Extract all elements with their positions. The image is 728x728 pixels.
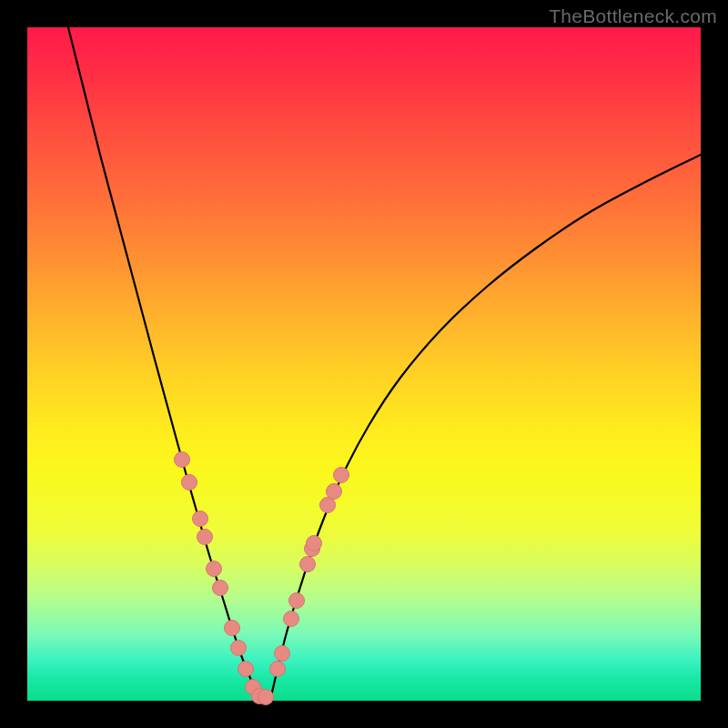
data-dot [225, 621, 240, 636]
dots-left [175, 452, 274, 705]
curves-svg [27, 27, 701, 701]
data-dot [238, 662, 254, 677]
dots-right [270, 468, 349, 677]
data-dot [300, 557, 316, 572]
chart-container: TheBottleneck.com [0, 0, 728, 728]
data-dot [327, 484, 342, 500]
data-dot [270, 662, 286, 677]
right-curve [271, 155, 701, 696]
data-dot [207, 561, 222, 577]
data-dot [213, 581, 228, 596]
data-dot [231, 641, 247, 656]
data-dot [275, 646, 290, 662]
data-dot [175, 452, 190, 468]
left-curve [68, 27, 258, 696]
data-dot [320, 498, 336, 513]
data-dot [193, 511, 208, 527]
watermark-text: TheBottleneck.com [549, 5, 717, 27]
data-dot [307, 536, 322, 551]
data-dot [289, 593, 305, 609]
data-dot [334, 468, 349, 483]
plot-area [27, 27, 701, 701]
data-dot [284, 612, 299, 627]
data-dot [197, 530, 213, 545]
data-dot [258, 690, 274, 705]
data-dot [182, 475, 197, 490]
